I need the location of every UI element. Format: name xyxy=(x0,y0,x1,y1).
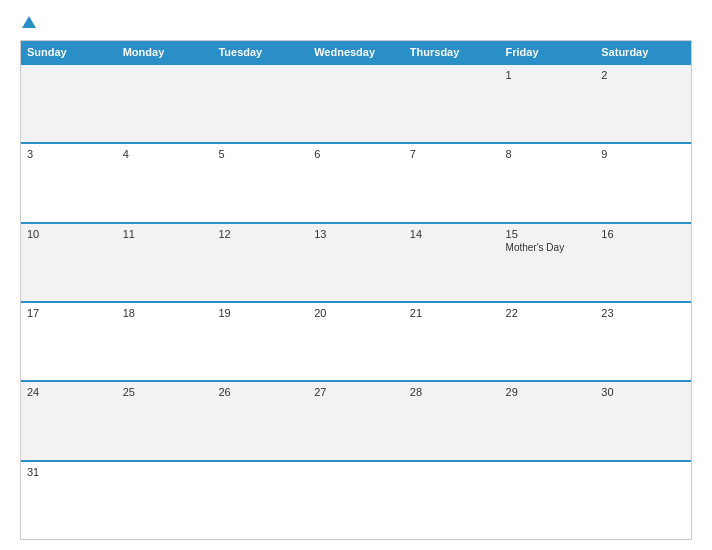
day-cell: 10 xyxy=(21,224,117,301)
day-cell: 4 xyxy=(117,144,213,221)
days-header-row: SundayMondayTuesdayWednesdayThursdayFrid… xyxy=(21,41,691,63)
day-number: 10 xyxy=(27,228,111,240)
day-number: 9 xyxy=(601,148,685,160)
day-number: 7 xyxy=(410,148,494,160)
day-cell xyxy=(117,462,213,539)
day-cell: 28 xyxy=(404,382,500,459)
logo xyxy=(20,16,36,30)
day-number: 5 xyxy=(218,148,302,160)
day-number: 17 xyxy=(27,307,111,319)
day-cell: 8 xyxy=(500,144,596,221)
day-number: 25 xyxy=(123,386,207,398)
day-header-monday: Monday xyxy=(117,41,213,63)
day-cell: 7 xyxy=(404,144,500,221)
day-header-saturday: Saturday xyxy=(595,41,691,63)
day-cell: 25 xyxy=(117,382,213,459)
day-number: 31 xyxy=(27,466,111,478)
day-cell: 31 xyxy=(21,462,117,539)
day-number: 3 xyxy=(27,148,111,160)
day-cell: 9 xyxy=(595,144,691,221)
day-number: 21 xyxy=(410,307,494,319)
day-cell: 16 xyxy=(595,224,691,301)
day-cell: 3 xyxy=(21,144,117,221)
day-cell xyxy=(404,462,500,539)
day-number: 1 xyxy=(506,69,590,81)
day-cell: 23 xyxy=(595,303,691,380)
day-number: 14 xyxy=(410,228,494,240)
calendar-page: SundayMondayTuesdayWednesdayThursdayFrid… xyxy=(0,0,712,550)
day-cell: 2 xyxy=(595,65,691,142)
day-header-sunday: Sunday xyxy=(21,41,117,63)
header xyxy=(20,16,692,30)
day-number: 29 xyxy=(506,386,590,398)
week-row-6: 31 xyxy=(21,460,691,539)
week-rows: 123456789101112131415Mother's Day1617181… xyxy=(21,63,691,539)
day-number: 16 xyxy=(601,228,685,240)
day-cell: 5 xyxy=(212,144,308,221)
day-header-thursday: Thursday xyxy=(404,41,500,63)
day-cell: 27 xyxy=(308,382,404,459)
day-cell xyxy=(212,462,308,539)
day-number: 6 xyxy=(314,148,398,160)
day-header-tuesday: Tuesday xyxy=(212,41,308,63)
day-cell xyxy=(21,65,117,142)
day-number: 26 xyxy=(218,386,302,398)
day-cell: 18 xyxy=(117,303,213,380)
day-cell: 24 xyxy=(21,382,117,459)
day-number: 4 xyxy=(123,148,207,160)
day-header-friday: Friday xyxy=(500,41,596,63)
day-cell: 26 xyxy=(212,382,308,459)
day-header-wednesday: Wednesday xyxy=(308,41,404,63)
day-cell: 30 xyxy=(595,382,691,459)
day-number: 30 xyxy=(601,386,685,398)
day-cell: 22 xyxy=(500,303,596,380)
week-row-5: 24252627282930 xyxy=(21,380,691,459)
day-number: 11 xyxy=(123,228,207,240)
day-number: 23 xyxy=(601,307,685,319)
day-number: 24 xyxy=(27,386,111,398)
day-cell: 13 xyxy=(308,224,404,301)
day-number: 28 xyxy=(410,386,494,398)
day-cell xyxy=(308,462,404,539)
day-cell: 21 xyxy=(404,303,500,380)
day-cell: 14 xyxy=(404,224,500,301)
day-number: 22 xyxy=(506,307,590,319)
day-cell xyxy=(212,65,308,142)
day-cell xyxy=(308,65,404,142)
week-row-2: 3456789 xyxy=(21,142,691,221)
day-number: 13 xyxy=(314,228,398,240)
day-cell: 11 xyxy=(117,224,213,301)
day-cell: 20 xyxy=(308,303,404,380)
day-cell: 1 xyxy=(500,65,596,142)
week-row-1: 12 xyxy=(21,63,691,142)
day-cell xyxy=(117,65,213,142)
day-number: 27 xyxy=(314,386,398,398)
week-row-3: 101112131415Mother's Day16 xyxy=(21,222,691,301)
day-cell: 6 xyxy=(308,144,404,221)
day-cell: 19 xyxy=(212,303,308,380)
day-number: 2 xyxy=(601,69,685,81)
day-cell xyxy=(500,462,596,539)
day-cell: 15Mother's Day xyxy=(500,224,596,301)
day-cell xyxy=(595,462,691,539)
week-row-4: 17181920212223 xyxy=(21,301,691,380)
day-cell: 29 xyxy=(500,382,596,459)
day-cell: 12 xyxy=(212,224,308,301)
day-number: 15 xyxy=(506,228,590,240)
calendar-grid: SundayMondayTuesdayWednesdayThursdayFrid… xyxy=(20,40,692,540)
day-number: 19 xyxy=(218,307,302,319)
day-number: 8 xyxy=(506,148,590,160)
day-cell: 17 xyxy=(21,303,117,380)
logo-triangle-icon xyxy=(22,16,36,28)
day-cell xyxy=(404,65,500,142)
day-number: 20 xyxy=(314,307,398,319)
day-number: 18 xyxy=(123,307,207,319)
day-event: Mother's Day xyxy=(506,242,590,253)
day-number: 12 xyxy=(218,228,302,240)
